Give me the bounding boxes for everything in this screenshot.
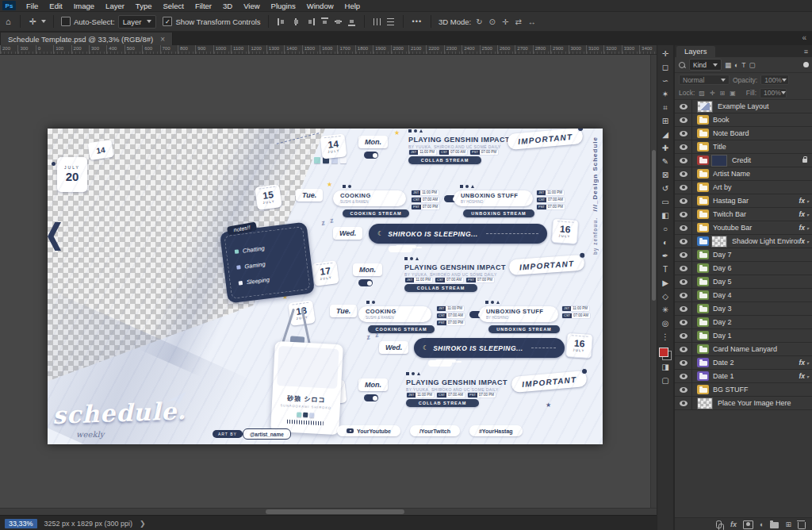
new-layer-icon[interactable]: ⊞	[785, 520, 791, 528]
horizontal-ruler[interactable]: 2003000100200300400500600700800900100011…	[0, 45, 657, 55]
more-align-options-icon[interactable]: •••	[411, 17, 423, 25]
layer-row[interactable]: Day 1	[675, 329, 812, 343]
color-swatches[interactable]	[659, 348, 672, 360]
status-menu-icon[interactable]: ❯	[140, 520, 146, 528]
quick-mask-icon[interactable]: ◨	[657, 360, 673, 374]
fill-value[interactable]: 100%	[760, 88, 787, 98]
3d-slide-icon[interactable]: ⇄	[513, 17, 523, 26]
layer-row[interactable]: Day 4	[675, 289, 812, 302]
home-icon[interactable]: ⌂	[4, 17, 13, 26]
menu-view[interactable]: View	[238, 2, 265, 10]
document-tab[interactable]: Schedule Template.psd @ 33,3% (RGB/8#) ×	[1, 33, 173, 45]
align-top-icon[interactable]	[321, 17, 328, 26]
layer-row[interactable]: Day 7	[675, 248, 812, 262]
visibility-eye-icon[interactable]	[675, 221, 692, 234]
horizontal-scrollbar[interactable]	[0, 508, 657, 515]
foreground-color-swatch[interactable]	[659, 348, 668, 357]
add-layer-mask-icon[interactable]	[743, 520, 753, 529]
menu-select[interactable]: Select	[157, 2, 189, 10]
history-brush-tool-icon[interactable]: ↺	[657, 182, 673, 195]
blur-tool-icon[interactable]: ○	[657, 222, 673, 236]
visibility-eye-icon[interactable]	[675, 181, 692, 194]
healing-brush-tool-icon[interactable]: ✚	[657, 141, 673, 155]
tab-layers[interactable]: Layers	[676, 46, 715, 57]
shape-tool-icon[interactable]: ◇	[657, 290, 673, 303]
visibility-eye-icon[interactable]	[675, 397, 692, 409]
visibility-eye-icon[interactable]	[675, 248, 692, 261]
pasteboard[interactable]: 14 JULY 20 14JULY Mon.	[0, 55, 657, 508]
move-tool-preset-icon[interactable]: ✛	[28, 17, 38, 27]
layer-row[interactable]: Day 2	[675, 316, 812, 329]
visibility-eye-icon[interactable]	[675, 235, 692, 248]
zoom-tool-icon[interactable]: ◎	[657, 317, 673, 330]
show-transform-option[interactable]: ✓ Show Transform Controls	[163, 17, 260, 26]
distribute-vertical-icon[interactable]	[387, 18, 394, 25]
filter-toggle-icon[interactable]	[803, 62, 809, 67]
panel-menu-icon[interactable]: ≡	[804, 48, 808, 56]
lock-position-icon[interactable]: ⊞	[719, 90, 726, 97]
layer-row[interactable]: Day 6	[675, 262, 812, 275]
align-right-icon[interactable]	[306, 18, 315, 25]
delete-layer-icon[interactable]	[798, 522, 806, 529]
lock-transparency-icon[interactable]: ▨	[698, 90, 706, 97]
layer-row[interactable]: Youtube Barfx▾	[675, 221, 812, 235]
menu-layer[interactable]: Layer	[100, 2, 130, 10]
layer-row[interactable]: Credit	[675, 154, 812, 167]
layer-row[interactable]: Example Layout	[675, 100, 812, 113]
filter-shape-icon[interactable]: ▢	[749, 61, 755, 69]
align-horizontal-center-icon[interactable]	[293, 18, 300, 25]
lock-pixels-icon[interactable]: ✛	[709, 90, 716, 97]
menu-image[interactable]: Image	[68, 2, 100, 10]
lasso-tool-icon[interactable]: ∽	[657, 74, 673, 87]
align-vertical-center-icon[interactable]	[335, 18, 342, 25]
visibility-eye-icon[interactable]	[675, 356, 692, 369]
layer-row[interactable]: Book	[675, 113, 812, 127]
eyedropper-tool-icon[interactable]: ◢	[657, 128, 673, 141]
layer-thumbnail[interactable]	[697, 101, 713, 113]
layer-row[interactable]: Day 5	[675, 275, 812, 289]
3d-scale-icon[interactable]: ↔	[527, 17, 538, 26]
visibility-eye-icon[interactable]	[675, 167, 692, 180]
layer-row[interactable]: Art by	[675, 181, 812, 194]
visibility-eye-icon[interactable]	[675, 100, 692, 113]
layer-row[interactable]: Artist Name	[675, 167, 812, 181]
visibility-eye-icon[interactable]	[675, 370, 692, 382]
new-group-icon[interactable]	[770, 522, 779, 528]
visibility-eye-icon[interactable]	[675, 127, 692, 140]
path-selection-tool-icon[interactable]: ▶	[657, 276, 673, 290]
blend-mode-dropdown[interactable]: Normal	[679, 75, 730, 85]
layer-effects-badge[interactable]: fx▾	[799, 237, 809, 245]
filter-adjustment-icon[interactable]: ◐	[734, 61, 738, 69]
filter-pixel-icon[interactable]: ▦	[725, 61, 731, 69]
menu-window[interactable]: Window	[301, 2, 339, 10]
layer-row[interactable]: Place Your Image Here	[675, 397, 812, 410]
3d-roll-icon[interactable]: ⊙	[488, 17, 497, 26]
layer-row[interactable]: Date 1fx▾	[675, 370, 812, 383]
visibility-eye-icon[interactable]	[675, 302, 692, 315]
layer-thumbnail[interactable]	[711, 236, 727, 248]
menu-filter[interactable]: Filter	[190, 2, 217, 10]
layer-thumbnail[interactable]	[711, 155, 727, 167]
visibility-eye-icon[interactable]	[675, 140, 692, 153]
layer-row[interactable]: Hastag Barfx▾	[675, 194, 812, 208]
clone-stamp-tool-icon[interactable]: ⊠	[657, 168, 673, 182]
layer-row[interactable]: Twitch Barfx▾	[675, 208, 812, 221]
layer-effects-badge[interactable]: fx▾	[799, 197, 809, 205]
dodge-tool-icon[interactable]: ◐	[657, 236, 673, 249]
menu-help[interactable]: Help	[339, 2, 366, 10]
visibility-eye-icon[interactable]	[675, 154, 692, 167]
auto-select-checkbox[interactable]	[61, 17, 71, 26]
menu-file[interactable]: File	[21, 2, 44, 10]
gradient-tool-icon[interactable]: ◧	[657, 209, 673, 222]
document-canvas[interactable]: 14 JULY 20 14JULY Mon.	[48, 129, 603, 444]
quick-selection-tool-icon[interactable]: ✶	[657, 87, 673, 101]
distribute-horizontal-icon[interactable]	[373, 18, 381, 25]
type-tool-icon[interactable]: T	[657, 263, 673, 276]
edit-toolbar-icon[interactable]: ⋮	[657, 330, 673, 344]
layer-effects-badge[interactable]: fx▾	[799, 210, 809, 218]
crop-tool-icon[interactable]: ⌗	[657, 101, 673, 114]
align-left-icon[interactable]	[278, 18, 286, 25]
move-tool-icon[interactable]: ✛	[657, 47, 673, 60]
marquee-tool-icon[interactable]: ◻	[657, 60, 673, 74]
new-adjustment-layer-icon[interactable]: ◐	[760, 520, 764, 528]
